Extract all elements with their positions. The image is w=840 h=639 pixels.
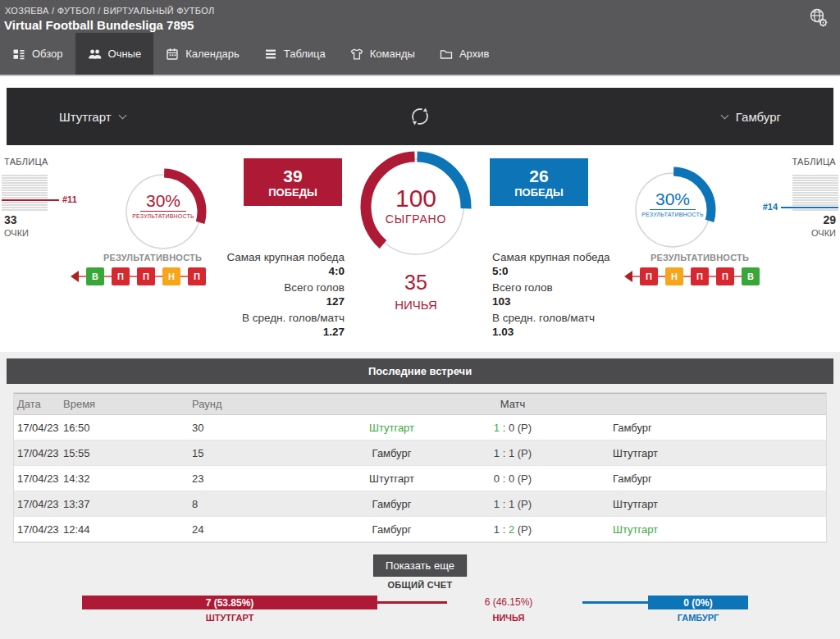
mini-table-line [792, 180, 838, 181]
match-time: 13:37 [62, 498, 189, 510]
match-time: 15:55 [62, 447, 189, 459]
mini-table-line [2, 207, 48, 208]
home-form-row: ВППНП [86, 267, 206, 285]
table-row: 17/04/2316:5030Штутгарт1 : 0 (Р)Гамбург [14, 415, 826, 440]
draws-block: 35 НИЧЬЯ [358, 271, 473, 312]
home-wins-count: 39 [283, 166, 302, 186]
matches-panel: Последние встречи Дата Время Раунд Матч … [0, 352, 840, 639]
home-efficiency-caption: РЕЗУЛЬТАТИВНОСТЬ [117, 213, 209, 220]
tab-table[interactable]: Таблица [252, 33, 338, 75]
match-round: 23 [189, 472, 320, 485]
mini-table-line [792, 182, 838, 184]
home-avg-goals-label: В средн. голов/матч [154, 311, 345, 326]
tab-overview[interactable]: Обзор [0, 33, 75, 75]
mini-table-line [2, 187, 48, 189]
form-result-box: В [86, 267, 104, 285]
match-time: 12:44 [62, 523, 189, 536]
away-efficiency-pct: 30% [650, 189, 696, 210]
table-row: 17/04/2313:378Гамбург1 : 1 (Р)Штутгарт [14, 491, 826, 517]
form-arrow-icon [71, 271, 79, 282]
summary-bars: 7 (53.85%) 6 (46.15%) 0 (0%) ШТУТГАРТ НИ… [0, 596, 840, 628]
form-result-box: В [742, 267, 760, 285]
tab-label: Календарь [185, 48, 240, 60]
col-match: Матч [463, 398, 562, 410]
form-result-box: Н [665, 267, 683, 285]
mini-table-line [2, 185, 48, 186]
calendar-icon [166, 48, 179, 61]
match-away-team: Штутгарт [562, 447, 826, 459]
home-avg-goals: 1.27 [154, 326, 345, 339]
mini-table-line [2, 204, 48, 206]
away-efficiency-caption: РЕЗУЛЬТАТИВНОСТЬ [627, 212, 719, 218]
match-date: 17/04/23 [14, 447, 62, 459]
form-result-box: П [691, 267, 709, 285]
mini-table-line [792, 199, 838, 201]
home-team-selector[interactable]: Штутгарт [59, 110, 126, 124]
tab-head-to-head[interactable]: Очные [75, 33, 154, 75]
language-settings-button[interactable] [807, 7, 830, 30]
mini-table-line [2, 192, 48, 194]
mini-table-line [2, 175, 48, 176]
match-home-team: Гамбург [320, 523, 463, 536]
form-result-box: П [112, 267, 130, 285]
mini-table-line [792, 175, 838, 176]
match-score: 1 : 1 (Р) [463, 447, 562, 459]
tab-label: Таблица [284, 48, 326, 60]
mini-table-line [2, 177, 48, 179]
team-rank: #14 [763, 202, 778, 212]
total-score-label: ОБЩИЙ СЧЕТ [0, 580, 840, 590]
home-mini-table: #11 [2, 175, 67, 212]
away-team-name: Гамбург [736, 110, 781, 124]
away-summary-bar: 0 (0%) [648, 596, 748, 609]
form-result-box: П [716, 267, 734, 285]
home-points-label: ОЧКИ [4, 228, 29, 238]
mini-table-line [2, 202, 48, 203]
match-round: 24 [189, 523, 320, 536]
home-summary-bar: 7 (53.85%) [82, 596, 377, 609]
tab-label: Команды [370, 48, 415, 60]
away-summary-label: ГАМБУРГ [648, 613, 748, 623]
mini-table-line [792, 209, 838, 211]
refresh-icon [409, 106, 431, 127]
people-icon [88, 48, 102, 61]
tab-teams[interactable]: Команды [338, 33, 427, 75]
team-rank: #11 [62, 194, 77, 204]
show-more-button[interactable]: Показать еще [373, 555, 467, 577]
match-home-team: Штутгарт [320, 422, 463, 434]
mini-table-line [792, 194, 838, 196]
away-wins-box: 26 ПОБЕДЫ [490, 158, 588, 206]
mini-table-line [2, 197, 48, 199]
mini-table-line [2, 182, 48, 184]
away-wins-count: 26 [529, 166, 548, 186]
match-date: 17/04/23 [14, 422, 62, 434]
match-time: 16:50 [62, 422, 189, 434]
tab-calendar[interactable]: Календарь [153, 33, 252, 75]
chevron-down-icon [118, 111, 126, 119]
home-table-label: ТАБЛИЦА [4, 157, 48, 167]
matches-rows: 17/04/2316:5030Штутгарт1 : 0 (Р)Гамбург1… [14, 415, 826, 542]
refresh-button[interactable] [409, 106, 431, 127]
away-total-goals: 103 [492, 295, 682, 308]
away-avg-goals-label: В средн. голов/матч [492, 311, 682, 326]
mini-table-line [792, 204, 838, 206]
home-summary-label: ШТУТГАРТ [82, 613, 377, 623]
match-round: 8 [189, 498, 320, 510]
mini-table-line [792, 197, 838, 199]
shirt-icon [350, 48, 363, 61]
form-arrow-icon [624, 271, 632, 282]
tab-label: Очные [108, 48, 142, 60]
mini-table-line [2, 209, 48, 211]
match-home-team: Гамбург [320, 447, 463, 459]
overview-icon [12, 48, 25, 61]
away-wins-label: ПОБЕДЫ [514, 186, 563, 199]
away-team-selector[interactable]: Гамбург [722, 110, 781, 124]
tab-archive[interactable]: Архив [427, 33, 501, 75]
matches-header-row: Дата Время Раунд Матч [14, 393, 826, 415]
table-rows-icon [264, 48, 277, 61]
match-away-team: Гамбург [562, 472, 826, 485]
match-away-team: Гамбург [562, 422, 826, 434]
match-score: 1 : 0 (Р) [463, 422, 562, 434]
mini-table-line [792, 192, 838, 194]
tab-label: Архив [459, 48, 489, 60]
matches-title: Последние встречи [7, 358, 833, 384]
